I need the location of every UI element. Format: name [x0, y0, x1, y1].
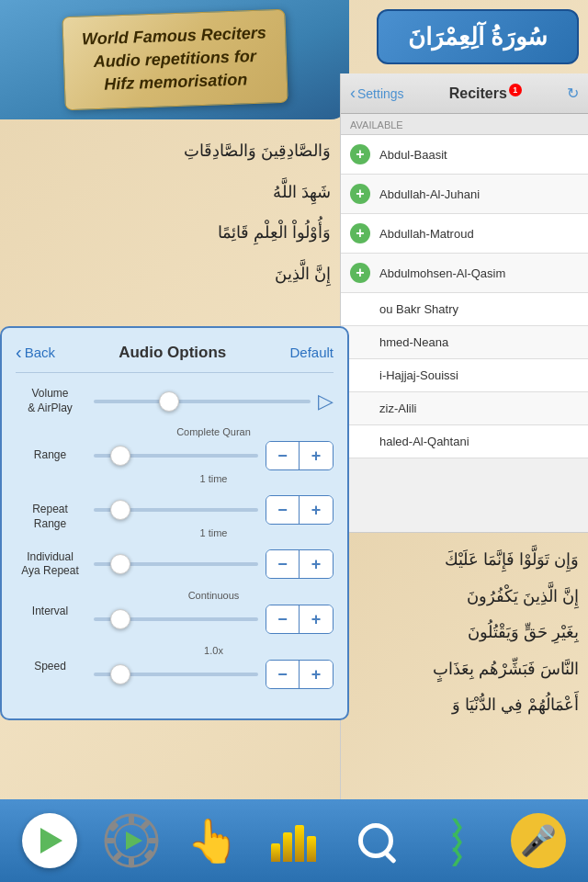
speed-slider-thumb[interactable] — [110, 664, 130, 684]
audio-options-header: ‹ Back Audio Options Default — [16, 342, 334, 373]
range-label: Range — [16, 448, 85, 463]
audio-options-panel: ‹ Back Audio Options Default Volume & Ai… — [0, 326, 349, 720]
reciter-name: ziz-Alili — [350, 401, 416, 415]
repeat-range-label: Repeat Range — [16, 503, 85, 531]
repeat-range-controls: − + — [266, 495, 334, 525]
default-button[interactable]: Default — [289, 345, 334, 360]
range-plus-button[interactable]: + — [300, 442, 333, 469]
speed-content: 1.0x − + — [94, 645, 334, 689]
download-button[interactable]: ❯ ❯ ❯ — [424, 808, 489, 873]
reciter-name: Abdul-Baasit — [379, 148, 447, 162]
reciters-title: Reciters1 — [412, 84, 560, 102]
download-icon: ❯ ❯ ❯ — [449, 817, 465, 865]
speed-plus-button[interactable]: + — [300, 661, 333, 688]
interval-row: Interval Continuous − + — [16, 590, 334, 634]
back-button[interactable]: ‹ Back — [16, 342, 55, 363]
gear-play-button[interactable] — [99, 808, 164, 873]
airplay-icon[interactable]: ▷ — [318, 390, 334, 413]
reciter-item[interactable]: i-Hajjaj-Souissi — [341, 359, 588, 392]
refresh-icon[interactable]: ↻ — [567, 85, 579, 102]
interval-minus-button[interactable]: − — [266, 605, 300, 633]
speed-slider-track[interactable] — [94, 673, 258, 676]
chevron-down-icon-3: ❯ — [449, 846, 465, 865]
microphone-button[interactable]: 🎤 — [506, 808, 571, 873]
reciter-item[interactable]: + Abdullah-Matroud — [341, 214, 588, 254]
reciter-item[interactable]: + Abdulmohsen-Al-Qasim — [341, 254, 588, 293]
repeat-minus-button[interactable]: − — [266, 496, 300, 524]
individual-aya-minus-button[interactable]: − — [266, 550, 300, 578]
search-handle-icon — [384, 852, 396, 864]
volume-slider-track[interactable] — [94, 400, 311, 403]
svg-rect-5 — [148, 838, 157, 843]
range-slider-track[interactable] — [94, 454, 258, 458]
play-button[interactable] — [17, 808, 82, 873]
individual-aya-slider-thumb[interactable] — [110, 554, 130, 574]
speed-label: Speed — [16, 660, 85, 674]
gear-play-container — [104, 813, 159, 868]
add-reciter-icon[interactable]: + — [350, 263, 370, 283]
reciters-panel: ‹ Settings Reciters1 ↻ AVAILABLE + Abdul… — [340, 74, 588, 533]
interval-sublabel: Continuous — [94, 590, 334, 601]
individual-aya-label: Individual Aya Repeat — [16, 550, 85, 579]
reciter-name: hmed-Neana — [350, 335, 448, 349]
repeat-range-row: Repeat Range − + 1 time — [16, 495, 334, 538]
individual-aya-row: Individual Aya Repeat − + — [16, 549, 334, 579]
reciters-header: ‹ Settings Reciters1 ↻ — [341, 74, 588, 114]
volume-slider-row: ▷ — [94, 390, 334, 413]
repeat-range-content: − + 1 time — [94, 495, 334, 538]
search-button[interactable] — [344, 808, 408, 873]
reciter-item[interactable]: + Abdullah-Al-Juhani — [341, 175, 588, 214]
reciter-item[interactable]: ou Bakr Shatry — [341, 293, 588, 326]
interval-label: Interval — [16, 605, 85, 619]
add-reciter-icon[interactable]: + — [350, 184, 370, 204]
range-slider-thumb[interactable] — [110, 446, 130, 466]
range-row: Range Complete Quran − + 1 time — [16, 426, 334, 484]
interval-slider-thumb[interactable] — [110, 609, 130, 629]
interval-plus-button[interactable]: + — [300, 605, 333, 633]
repeat-range-value: 1 time — [94, 527, 334, 538]
speed-sublabel: 1.0x — [94, 645, 334, 656]
notification-badge: 1 — [509, 84, 522, 96]
speed-minus-button[interactable]: − — [266, 661, 300, 688]
add-reciter-icon[interactable]: + — [350, 144, 370, 164]
surah-name-text: سُورَةُ آلِعِمْرَانَ — [408, 23, 548, 51]
settings-back-button[interactable]: ‹ Settings — [350, 84, 404, 103]
arabic-quran-line: بِغَيْرِ حَقٍّ وَيَقْتُلُونَ — [350, 615, 579, 651]
arabic-quran-line: النَّاسَ فَبَشِّرْهُم بِعَذَابٍ — [350, 651, 579, 688]
range-minus-button[interactable]: − — [266, 442, 300, 469]
volume-label: Volume & AirPlay — [16, 387, 85, 415]
interval-slider-track[interactable] — [94, 617, 258, 621]
individual-aya-plus-button[interactable]: + — [300, 550, 333, 578]
speed-slider-row: − + — [94, 660, 334, 689]
repeat-slider-thumb[interactable] — [110, 500, 130, 520]
volume-slider-thumb[interactable] — [159, 391, 179, 412]
microphone-icon: 🎤 — [511, 813, 566, 868]
bar-2 — [283, 832, 292, 862]
reciter-item[interactable]: haled-Al-Qahtani — [341, 425, 588, 458]
reciter-name: ou Bakr Shatry — [350, 302, 458, 316]
bar-3 — [295, 825, 304, 862]
repeat-slider-track[interactable] — [94, 508, 258, 512]
back-chevron-icon: ‹ — [16, 342, 22, 363]
play-circle — [22, 813, 77, 868]
range-slider-row: − + — [94, 441, 334, 470]
range-content: Complete Quran − + 1 time — [94, 426, 334, 484]
banner-paper: World Famous Reciters Audio repetitions … — [62, 9, 288, 110]
volume-content: ▷ — [94, 390, 334, 413]
bars-button[interactable] — [262, 808, 326, 873]
reciter-name: Abdullah-Al-Juhani — [379, 187, 480, 201]
reciter-item[interactable]: hmed-Neana — [341, 326, 588, 359]
back-label: Back — [25, 345, 55, 360]
add-reciter-icon[interactable]: + — [350, 223, 370, 243]
bar-1 — [271, 843, 280, 862]
individual-aya-slider-track[interactable] — [94, 562, 258, 566]
range-sublabel: Complete Quran — [94, 426, 334, 437]
repeat-plus-button[interactable]: + — [300, 496, 333, 524]
reciter-item[interactable]: + Abdul-Baasit — [341, 135, 588, 175]
volume-row: Volume & AirPlay ▷ — [16, 387, 334, 415]
bottom-toolbar: 👆 ❯ ❯ ❯ 🎤 — [0, 799, 588, 882]
interval-content: Continuous − + — [94, 590, 334, 634]
reciter-item[interactable]: ziz-Alili — [341, 392, 588, 425]
hand-button[interactable]: 👆 — [180, 808, 244, 873]
surah-name-box[interactable]: سُورَةُ آلِعِمْرَانَ — [377, 9, 579, 64]
